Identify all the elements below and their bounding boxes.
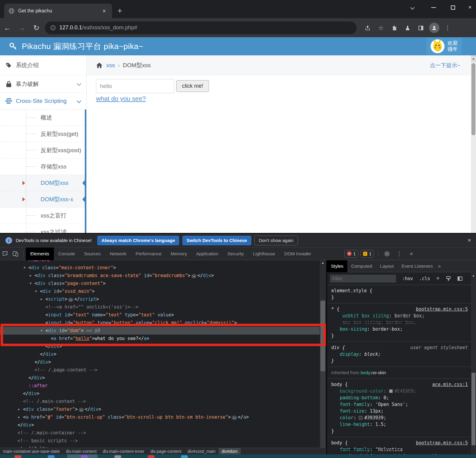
dom-node[interactable]: <input id="button" type="button" value="…: [0, 319, 320, 327]
devtools-tab-application[interactable]: Application: [192, 247, 223, 260]
scrollbar-thumb[interactable]: [471, 63, 475, 135]
inherited-from-header[interactable]: Inherited from body.no-skin: [327, 367, 471, 379]
styles-filter-input[interactable]: [330, 275, 396, 283]
switch-devtools-chinese-button[interactable]: Switch DevTools to Chinese: [182, 236, 251, 245]
scrollbar-thumb[interactable]: [471, 373, 475, 445]
new-tab-button[interactable]: +: [117, 7, 122, 15]
settings-gear-icon[interactable]: [381, 251, 393, 257]
taskbar-icon[interactable]: [81, 455, 88, 458]
site-info-icon[interactable]: [50, 25, 56, 31]
color-swatch[interactable]: [359, 416, 362, 420]
dom-node[interactable]: <input id="text" name="text" type="text"…: [0, 311, 320, 319]
bookmark-star-icon[interactable]: ☆: [374, 24, 388, 31]
devtools-tab-network[interactable]: Network: [105, 247, 131, 260]
window-close-button[interactable]: ×: [464, 4, 476, 11]
dom-node[interactable]: <!-- /.main-container -->: [0, 429, 320, 437]
home-icon[interactable]: [96, 62, 103, 68]
dom-node[interactable]: <!-- /.page-content -->: [0, 366, 320, 374]
dom-crumb[interactable]: main-container.ace-save-state: [0, 448, 63, 455]
sidebar-item-brute-force[interactable]: 暴力破解: [0, 75, 86, 93]
sidebar-item-system-intro[interactable]: 系统介绍: [0, 55, 86, 75]
expander-closed-icon[interactable]: ▶: [18, 405, 20, 413]
dom-node[interactable]: </div>: [0, 358, 320, 366]
expander-open-icon[interactable]: ▼: [24, 264, 25, 272]
address-bar[interactable]: 127.0.0.1/vul/xss/xss_dom.php#: [45, 21, 357, 34]
dom-node[interactable]: <!--<a href="" onclick=('xss')>-->: [0, 303, 320, 311]
devtools-close-icon[interactable]: ×: [405, 250, 417, 257]
dom-crumb[interactable]: div.main-content: [63, 448, 100, 455]
devtools-tab-sources[interactable]: Sources: [80, 247, 105, 260]
what-do-you-see-link[interactable]: what do you see?: [96, 95, 146, 102]
dom-node[interactable]: <!-- basic scripts -->: [0, 437, 320, 445]
taskbar-icon[interactable]: [181, 455, 188, 458]
dom-node[interactable]: ▼<div class="page-content">: [0, 280, 320, 287]
hover-state-toggle[interactable]: :hov: [402, 276, 413, 281]
css-declaration[interactable]: font-family: "Helvetica: [331, 446, 468, 453]
expander-closed-icon[interactable]: ▶: [18, 413, 20, 421]
forward-icon[interactable]: →: [15, 24, 29, 32]
dom-node[interactable]: ::before: [0, 260, 320, 264]
hint-link[interactable]: 点一下提示~: [430, 62, 460, 69]
dom-node[interactable]: ▶<div class="breadcrumbs ace-save-state"…: [0, 272, 320, 280]
sidebar-subitem-3[interactable]: 反射型xss(post): [0, 142, 86, 159]
dom-node[interactable]: </div>: [0, 421, 320, 429]
error-badge[interactable]: × 1: [344, 250, 359, 258]
always-match-language-button[interactable]: Always match Chrome's language: [97, 236, 179, 245]
dom-node[interactable]: ▶<a href="#" id="btn-scroll-up" class="b…: [0, 413, 320, 421]
sidebar-subitem-2[interactable]: 反射型xss(get): [0, 126, 86, 142]
scroll-up-arrow-icon[interactable]: ▲: [471, 274, 476, 277]
scroll-up-arrow-icon[interactable]: ▲: [471, 55, 476, 62]
elements-scrollbar[interactable]: ▲: [320, 260, 326, 448]
css-rule[interactable]: * {bootstrap.min.css:5-webkit-box-sizing…: [327, 303, 471, 342]
device-toolbar-icon[interactable]: [10, 249, 21, 258]
css-declaration[interactable]: -webkit-box-sizing: border-box;: [331, 312, 468, 319]
devtools-menu-kebab-icon[interactable]: ⋮: [393, 250, 405, 257]
new-style-rule-plus-icon[interactable]: +: [436, 275, 440, 282]
sidebar-subitem-4[interactable]: 存储型xss: [0, 159, 86, 175]
expander-open-icon[interactable]: ▼: [41, 327, 42, 335]
side-panel-icon[interactable]: [414, 25, 428, 31]
profile-avatar[interactable]: [428, 23, 441, 33]
tab-search-icon[interactable]: [406, 4, 418, 11]
css-declaration[interactable]: background-color: #E4E6E9;: [331, 388, 468, 394]
dom-crumb[interactable]: div.main-content-inner: [100, 448, 147, 455]
css-declaration[interactable]: Inherited from body.no-skin: [331, 369, 468, 376]
click-me-button[interactable]: click me!: [176, 80, 209, 92]
class-toggle[interactable]: .cls: [419, 276, 430, 281]
dom-crumb[interactable]: div#xssd_main: [184, 448, 219, 455]
dom-crumb[interactable]: div#dom: [219, 448, 241, 455]
warning-badge[interactable]: ! 1: [360, 250, 374, 258]
dom-node[interactable]: <!-- /.main-content -->: [0, 397, 320, 405]
devtools-tab-dom-invader[interactable]: DOM Invader: [280, 247, 316, 260]
css-declaration[interactable]: padding-bottom: 0;: [331, 394, 468, 401]
expander-open-icon[interactable]: ▼: [35, 287, 37, 295]
expander-open-icon[interactable]: ▼: [30, 280, 31, 287]
css-declaration[interactable]: }: [331, 294, 468, 301]
dom-node[interactable]: <!--[if lte: [0, 445, 320, 448]
sidebar-item-xss-group[interactable]: Cross-Site Scripting: [0, 93, 86, 110]
color-swatch[interactable]: [389, 389, 393, 393]
stylesheet-link[interactable]: ace.min.css:1: [432, 381, 468, 388]
css-declaration[interactable]: color: #393939;: [331, 414, 468, 421]
css-declaration[interactable]: -moz-box-sizing: border-box;: [331, 319, 468, 326]
taskbar-icon[interactable]: [15, 455, 21, 458]
devtools-tab-elements[interactable]: Elements: [26, 247, 54, 260]
sidebar-subitem-7[interactable]: xss之盲打: [0, 208, 86, 224]
scrollbar-thumb[interactable]: [320, 301, 325, 371]
inspect-element-icon[interactable]: [0, 249, 10, 258]
dom-node[interactable]: </div>: [0, 374, 320, 382]
dom-node[interactable]: </div>: [0, 342, 320, 350]
windows-taskbar[interactable]: [0, 454, 476, 458]
xss-text-input[interactable]: [96, 79, 174, 93]
rendering-brush-icon[interactable]: [446, 276, 451, 281]
css-declaration[interactable]: }: [331, 358, 468, 364]
page-scrollbar[interactable]: ▲: [471, 55, 476, 233]
dom-node[interactable]: <a href="hello">what do you see?</a>: [0, 335, 320, 342]
dom-node[interactable]: ::after: [0, 382, 320, 390]
dont-show-again-button[interactable]: Don't show again: [254, 236, 298, 245]
devtools-tab-console[interactable]: Console: [54, 247, 80, 260]
sidebar-subitem-5[interactable]: DOM型xss: [0, 175, 86, 191]
sidebar-subitem-1[interactable]: 概述: [0, 110, 86, 126]
stylesheet-link[interactable]: bootstrap.min.css:5: [416, 306, 468, 312]
css-declaration[interactable]: element.style {: [331, 287, 468, 294]
